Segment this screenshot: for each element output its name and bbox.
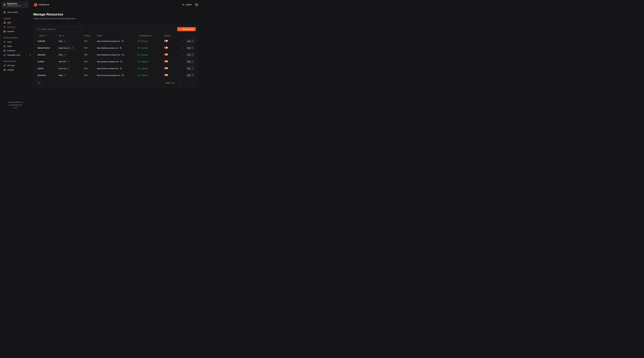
- ellipsis-icon: [182, 47, 184, 49]
- enabled-toggle[interactable]: [164, 54, 168, 56]
- edit-label: Edit: [188, 40, 190, 42]
- shield-check-icon: [138, 40, 140, 42]
- copy-icon: [120, 68, 122, 70]
- edit-label: Edit: [188, 74, 190, 76]
- last-page-button[interactable]: [192, 81, 196, 85]
- sidebar-item-server-admin[interactable]: Server Admin: [2, 10, 28, 15]
- edit-resource-button[interactable]: Edit: [186, 46, 195, 50]
- site-link-button[interactable]: AWS VPC: [57, 60, 71, 64]
- row-more-options-button[interactable]: [182, 74, 184, 77]
- copy-url-button[interactable]: [120, 61, 122, 63]
- sidebar-item-roles[interactable]: Roles: [2, 44, 28, 49]
- resource-url: https://battery.example.com: [97, 47, 118, 49]
- row-more-options-button[interactable]: [182, 40, 184, 42]
- enabled-toggle[interactable]: [164, 74, 168, 76]
- row-more-options-button[interactable]: [182, 61, 184, 63]
- server-icon: [4, 11, 6, 14]
- copy-url-button[interactable]: [121, 40, 124, 42]
- sidebar-item-shareable-links[interactable]: Shareable Links: [2, 53, 28, 57]
- copy-url-button[interactable]: [120, 67, 122, 70]
- add-resource-button[interactable]: Add Resource: [177, 27, 196, 31]
- site-link-button[interactable]: Office: [57, 39, 68, 43]
- resource-name: Immich: [38, 67, 57, 70]
- documentation-label: Documentation: [9, 104, 19, 106]
- section-label-general: GENERAL: [2, 18, 28, 19]
- copy-url-button[interactable]: [122, 74, 124, 77]
- avatar[interactable]: M: [194, 3, 199, 7]
- card-toolbar: Add Resource: [33, 27, 198, 31]
- sidebar-item-settings[interactable]: Settings: [2, 68, 28, 72]
- search-input[interactable]: [41, 28, 80, 30]
- resource-protocol: TCP: [84, 54, 97, 56]
- brand: PANGOLIN: [33, 3, 49, 7]
- site-link-button[interactable]: Office: [57, 53, 68, 57]
- arrow-up-right-icon: [64, 75, 66, 76]
- site-name: Office: [58, 40, 63, 42]
- app-version: v1.7.0: [13, 107, 17, 109]
- sidebar-resize-handle[interactable]: [30, 54, 30, 57]
- card-footer: 20 Page 1 of 1: [33, 81, 198, 85]
- site-link-button[interactable]: Edge Device 01: [57, 46, 75, 50]
- resource-url: https://grafana.example.com: [97, 61, 119, 63]
- row-more-options-button[interactable]: [182, 54, 184, 56]
- main-content: PANGOLIN System M Manage Resources Creat…: [30, 0, 202, 111]
- sidebar-item-sites[interactable]: Sites: [2, 21, 28, 25]
- edit-resource-button[interactable]: Edit: [186, 60, 195, 64]
- site-link-button[interactable]: Office: [57, 73, 68, 77]
- authentication-status: Protected: [140, 74, 148, 76]
- sidebar-item-api-keys[interactable]: API Keys: [2, 63, 28, 68]
- ellipsis-icon: [182, 74, 184, 76]
- arrow-up-right-icon: [64, 40, 66, 42]
- arrow-up-right-icon: [72, 47, 73, 49]
- row-more-options-button[interactable]: [182, 47, 184, 49]
- copy-icon: [120, 47, 122, 49]
- sidebar-nav: Server Admin GENERAL Sites Resources Use…: [2, 10, 28, 72]
- enabled-toggle[interactable]: [164, 67, 168, 69]
- sidebar-item-users[interactable]: Users: [2, 40, 28, 44]
- resource-protocol: TCP: [84, 40, 97, 42]
- enabled-toggle[interactable]: [164, 40, 168, 42]
- copy-icon: [122, 54, 124, 56]
- community-edition-label: Community Edition: [8, 101, 20, 104]
- mail-check-icon: [4, 50, 6, 52]
- sidebar-item-resources[interactable]: Resources: [2, 25, 28, 29]
- sort-by-name-button[interactable]: Name: [38, 34, 48, 37]
- sidebar-item-label: Shareable Links: [7, 54, 20, 56]
- sidebar-item-invitations[interactable]: Invitations: [2, 49, 28, 53]
- first-page-button[interactable]: [178, 81, 182, 85]
- next-page-button[interactable]: [188, 81, 191, 85]
- sidebar-item-domains[interactable]: Users Domains: [2, 29, 28, 34]
- sort-by-authentication-button[interactable]: Authentication: [138, 34, 154, 37]
- column-header-enabled: Enabled: [164, 35, 181, 37]
- sidebar-item-label: Invitations: [7, 50, 15, 52]
- shield-check-icon: [138, 54, 140, 56]
- enabled-toggle[interactable]: [164, 60, 168, 62]
- theme-toggle-button[interactable]: System: [182, 4, 192, 6]
- documentation-link[interactable]: Documentation: [9, 104, 22, 106]
- sort-by-site-button[interactable]: Site: [57, 34, 66, 37]
- chevrons-left-icon: [179, 82, 181, 84]
- community-edition-link[interactable]: Community Edition: [8, 101, 23, 104]
- ellipsis-icon: [182, 54, 184, 56]
- site-name: Edge Device 01: [58, 47, 70, 49]
- org-selector[interactable]: Organization milo@fossorial.io's ...: [2, 1, 28, 8]
- resources-card: Add Resource Name Site Protocol: [33, 24, 199, 88]
- copy-url-button[interactable]: [120, 47, 122, 49]
- edit-resource-button[interactable]: Edit: [186, 39, 195, 43]
- authentication-status: Protected: [140, 54, 148, 56]
- previous-page-button[interactable]: [183, 81, 186, 85]
- waypoints-icon: [4, 26, 6, 28]
- edit-resource-button[interactable]: Edit: [186, 73, 195, 77]
- page-size-select[interactable]: 20: [36, 81, 44, 85]
- shield-check-icon: [138, 74, 140, 76]
- sidebar-item-label: Resources: [7, 26, 16, 28]
- edit-resource-button[interactable]: Edit: [186, 67, 195, 70]
- copy-icon: [122, 40, 124, 42]
- site-link-button[interactable]: Home Lab: [57, 67, 71, 70]
- copy-url-button[interactable]: [122, 54, 124, 56]
- enabled-toggle[interactable]: [164, 47, 168, 49]
- arrow-right-icon: [191, 61, 193, 63]
- arrow-right-icon: [191, 40, 193, 42]
- row-more-options-button[interactable]: [182, 67, 184, 70]
- edit-resource-button[interactable]: Edit: [186, 53, 195, 57]
